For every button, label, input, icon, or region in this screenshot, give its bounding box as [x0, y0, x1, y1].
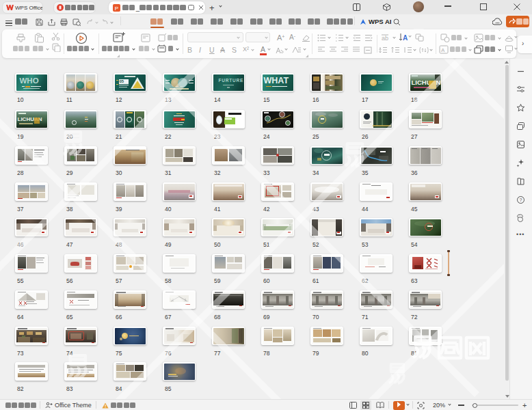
svg-text:A: A — [403, 34, 408, 42]
svg-text:P: P — [115, 5, 118, 11]
svg-text:A: A — [441, 47, 445, 53]
svg-text:ab: ab — [382, 35, 388, 42]
svg-text:?: ? — [520, 197, 522, 202]
